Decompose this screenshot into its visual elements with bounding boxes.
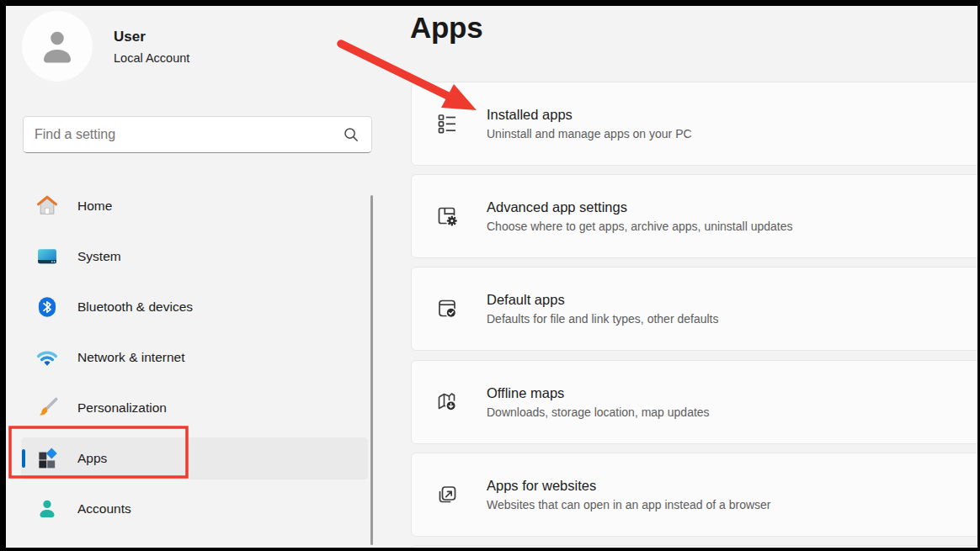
apps-icon: [35, 447, 59, 470]
default-apps-icon: [435, 297, 459, 321]
card-title: Default apps: [487, 292, 718, 308]
home-icon: [35, 194, 59, 218]
apps-for-websites-icon: [435, 483, 459, 506]
user-name: User: [114, 29, 189, 45]
card-installed-apps[interactable]: Installed apps Uninstall and manage apps…: [411, 82, 980, 166]
card-subtitle: Uninstall and manage apps on your PC: [487, 127, 692, 140]
accounts-icon: [35, 497, 59, 521]
sidebar-item-label: Bluetooth & devices: [77, 299, 193, 315]
sidebar-item-network-internet[interactable]: Network & internet: [21, 336, 368, 379]
card-default-apps[interactable]: Default apps Defaults for file and link …: [411, 267, 980, 351]
card-subtitle: Choose where to get apps, archive apps, …: [487, 220, 792, 233]
sidebar-item-label: Accounts: [77, 501, 131, 517]
card-apps-for-websites[interactable]: Apps for websites Websites that can open…: [411, 453, 980, 537]
sidebar-item-label: Home: [77, 199, 112, 214]
selected-indicator: [22, 449, 25, 468]
sidebar-item-label: Network & internet: [77, 350, 185, 365]
card-subtitle: Defaults for file and link types, other …: [487, 312, 718, 326]
sidebar-item-label: System: [77, 249, 121, 264]
bluetooth-icon: [35, 295, 59, 319]
frame-edge-top: [0, 0, 980, 6]
page-title: Apps: [410, 11, 482, 45]
sidebar-nav: Home System Bluetooth & devices: [21, 185, 368, 551]
card-title: Apps for websites: [487, 478, 771, 494]
user-profile[interactable]: User Local Account: [22, 8, 359, 84]
card-advanced-app-settings[interactable]: Advanced app settings Choose where to ge…: [411, 174, 980, 258]
sidebar-item-home[interactable]: Home: [21, 185, 368, 227]
sidebar-scrollbar[interactable]: [370, 195, 373, 545]
sidebar-item-system[interactable]: System: [21, 236, 368, 278]
card-offline-maps[interactable]: Offline maps Downloads, storage location…: [411, 360, 980, 444]
sidebar-item-label: Apps: [77, 451, 107, 466]
card-subtitle: Websites that can open in an app instead…: [487, 498, 771, 511]
user-account-type: Local Account: [114, 51, 189, 65]
search-icon[interactable]: [343, 126, 360, 143]
frame-edge-left: [0, 0, 6, 551]
sidebar-item-personalization[interactable]: Personalization: [21, 387, 368, 429]
sidebar-item-accounts[interactable]: Accounts: [21, 488, 368, 530]
settings-window: User Local Account Home: [0, 0, 980, 551]
search-input[interactable]: [24, 127, 343, 142]
network-icon: [35, 346, 59, 369]
sidebar-item-apps[interactable]: Apps: [21, 437, 368, 479]
search-box[interactable]: [23, 116, 372, 153]
avatar: [22, 11, 93, 82]
personalization-icon: [35, 396, 59, 420]
card-title: Advanced app settings: [487, 199, 792, 215]
card-title: Installed apps: [487, 107, 692, 123]
card-subtitle: Downloads, storage location, map updates: [487, 405, 710, 419]
system-icon: [35, 245, 59, 268]
card-title: Offline maps: [487, 385, 710, 401]
advanced-app-settings-icon: [435, 204, 459, 228]
frame-edge-bottom: [0, 548, 980, 551]
sidebar-item-label: Personalization: [77, 400, 167, 416]
installed-apps-icon: [435, 112, 459, 135]
sidebar-item-bluetooth-devices[interactable]: Bluetooth & devices: [21, 286, 368, 328]
offline-maps-icon: [435, 390, 459, 414]
person-icon: [35, 24, 79, 68]
